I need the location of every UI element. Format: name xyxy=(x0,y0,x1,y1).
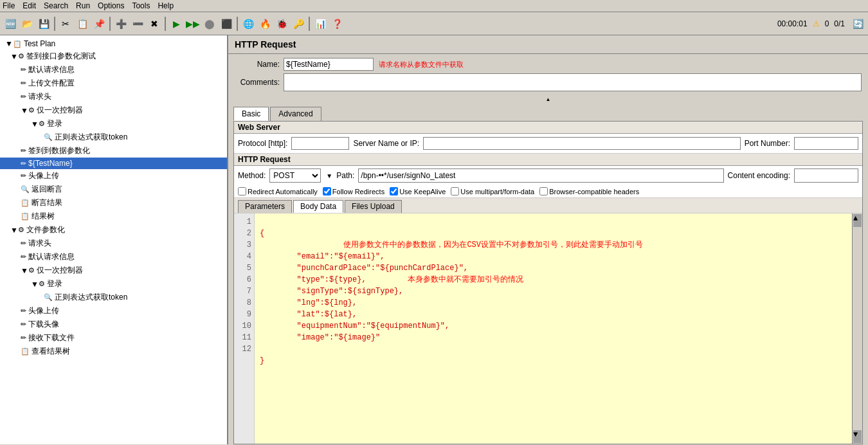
tree-item-登录2[interactable]: ▼ ⚙ 登录 xyxy=(0,277,227,291)
warning-icon: ⚠ xyxy=(813,19,820,28)
tree-item-查看结果树[interactable]: 📋 查看结果树 xyxy=(0,345,227,358)
tree-item-头像上传[interactable]: ✏ 头像上传 xyxy=(0,169,227,183)
redirect-auto-check[interactable] xyxy=(238,187,246,195)
path-input[interactable] xyxy=(358,168,723,183)
tree-item-断言结果[interactable]: 📋 断言结果 xyxy=(0,196,227,210)
regex2-label: 正则表达式获取token xyxy=(55,292,127,303)
tree-item-regex[interactable]: 🔍 正则表达式获取token xyxy=(0,131,227,144)
仅一次-label: 仅一次控制器 xyxy=(37,105,83,116)
copy-button[interactable]: 📋 xyxy=(75,16,90,32)
vertical-scrollbar[interactable]: ▲ ▼ xyxy=(852,213,862,444)
port-input[interactable] xyxy=(794,137,858,150)
web-server-content: Protocol [http]: Server Name or IP: Port… xyxy=(234,134,862,154)
http-row: Method: POST GET PUT DELETE ▼ Path: Cont… xyxy=(234,166,862,185)
tree-item-testplan[interactable]: ▼ 📋 Test Plan xyxy=(0,38,227,50)
tab-basic[interactable]: Basic xyxy=(233,107,269,121)
save-button[interactable]: 💾 xyxy=(36,16,51,32)
list-button[interactable]: 📊 xyxy=(312,16,328,32)
remote-start[interactable]: 🌐 xyxy=(240,16,256,32)
menu-help[interactable]: Help xyxy=(158,1,174,10)
sep1 xyxy=(54,17,55,31)
keepalive-check[interactable] xyxy=(390,187,398,195)
help-button[interactable]: ❓ xyxy=(329,16,345,32)
tree-item-上传[interactable]: ✏ 上传文件配置 xyxy=(0,77,227,90)
tree-item-结果树[interactable]: 📋 结果树 xyxy=(0,210,227,223)
tree-item-仅一次[interactable]: ▼ ⚙ 仅一次控制器 xyxy=(0,104,227,117)
menu-edit[interactable]: Edit xyxy=(23,1,36,10)
remove-button[interactable]: ➖ xyxy=(130,16,145,32)
tree-item-接收下载[interactable]: ✏ 接收下载文件 xyxy=(0,331,227,345)
tab-advanced[interactable]: Advanced xyxy=(270,107,321,121)
avatar-icon: ✏ xyxy=(21,172,26,180)
tree-item-下载[interactable]: ✏ 下载头像 xyxy=(0,318,227,331)
menu-options[interactable]: Options xyxy=(98,1,124,10)
tree-item-TestName[interactable]: ✏ ${TestName} xyxy=(0,158,227,169)
tree-item-请求头2[interactable]: ✏ 请求头 xyxy=(0,237,227,250)
tab-body-data[interactable]: Body Data xyxy=(293,200,343,213)
code-lines[interactable]: { 使用参数文件中的参数数据，因为在CSV设置中不对参数加引号，则此处需要手动加… xyxy=(255,213,852,444)
testplan-icon: 📋 xyxy=(13,40,22,48)
paste-button[interactable]: 📌 xyxy=(91,16,107,32)
remote-info[interactable]: 🔑 xyxy=(291,16,306,32)
view-tree-icon: 📋 xyxy=(21,347,30,356)
server-input[interactable] xyxy=(423,137,741,150)
stop-all-button[interactable]: ⬛ xyxy=(219,16,234,32)
menu-run[interactable]: Run xyxy=(76,1,90,10)
clear-button[interactable]: ✖ xyxy=(147,16,162,32)
follow-redirects-check[interactable] xyxy=(323,187,331,195)
file-param-icon: ⚙ xyxy=(18,226,24,234)
tree-item-签到[interactable]: ▼ ⚙ 签到接口参数化测试 xyxy=(0,50,227,63)
tree-item-头像2[interactable]: ✏ 头像上传 xyxy=(0,304,227,318)
code-line-6: "signType":${signType}, xyxy=(260,287,403,296)
remote-settings[interactable]: 🐞 xyxy=(274,16,289,32)
collapse-indicator[interactable]: ▲ xyxy=(546,96,551,102)
browser-compat-check[interactable] xyxy=(539,187,548,195)
tree-item-默认请求信息[interactable]: ✏ 默认请求信息 xyxy=(0,63,227,77)
testname-label: ${TestName} xyxy=(28,159,73,168)
name-input[interactable] xyxy=(284,58,374,71)
tree-item-返回断言[interactable]: 🔍 返回断言 xyxy=(0,183,227,196)
tab-files-upload[interactable]: Files Upload xyxy=(345,200,402,213)
multipart-label[interactable]: Use multipart/form-data xyxy=(451,187,534,195)
protocol-label: Protocol [http]: xyxy=(238,139,287,148)
comments-input[interactable] xyxy=(284,73,862,91)
keepalive-label[interactable]: Use KeepAlive xyxy=(390,187,446,195)
tree-item-登录[interactable]: ▼ ⚙ 登录 xyxy=(0,117,227,131)
add-button[interactable]: ➕ xyxy=(113,16,129,32)
tree-item-请求头[interactable]: ✏ 请求头 xyxy=(0,90,227,104)
接收-label: 接收下载文件 xyxy=(28,332,75,343)
cut-button[interactable]: ✂ xyxy=(58,16,73,32)
encoding-input[interactable] xyxy=(794,168,858,183)
run-all-button[interactable]: ▶▶ xyxy=(185,16,201,32)
menu-tools[interactable]: Tools xyxy=(132,1,150,10)
tree-item-签到数据[interactable]: ✏ 签到到数据参数化 xyxy=(0,144,227,158)
method-select[interactable]: POST GET PUT DELETE xyxy=(269,168,321,183)
menu-file[interactable]: File xyxy=(3,1,15,10)
multipart-check[interactable] xyxy=(451,187,459,195)
follow-redirects-label[interactable]: Follow Redirects xyxy=(323,187,384,195)
run-button[interactable]: ▶ xyxy=(168,16,184,32)
签到-label: 签到接口参数化测试 xyxy=(26,51,96,62)
form-area: Name: 请求名称从参数文件中获取 Comments: ▲ xyxy=(228,54,868,104)
redirect-auto-label[interactable]: Redirect Automatically xyxy=(238,187,318,195)
tree-item-文件参数化[interactable]: ▼ ⚙ 文件参数化 xyxy=(0,223,227,237)
browser-compat-label[interactable]: Browser-compatible headers xyxy=(539,187,639,195)
tree-item-regex2[interactable]: 🔍 正则表达式获取token xyxy=(0,291,227,304)
regex-icon: 🔍 xyxy=(44,133,53,141)
protocol-input[interactable] xyxy=(291,137,349,150)
req-icon: ✏ xyxy=(21,66,26,74)
new-button[interactable]: 🆕 xyxy=(3,16,18,32)
remote-stop[interactable]: 🔥 xyxy=(257,16,273,32)
refresh-button[interactable]: 🔄 xyxy=(850,16,865,32)
open-button[interactable]: 📂 xyxy=(19,16,35,32)
expand-icon5: ▼ xyxy=(10,226,18,235)
download-icon: ✏ xyxy=(21,320,26,329)
stop-button[interactable]: ⬤ xyxy=(202,16,217,32)
scroll-up[interactable]: ▲ xyxy=(853,214,862,227)
tree-item-仅一次2[interactable]: ▼ ⚙ 仅一次控制器 xyxy=(0,264,227,277)
tab-parameters[interactable]: Parameters xyxy=(238,200,292,213)
menu-search[interactable]: Search xyxy=(44,1,68,10)
tree-item-默认2[interactable]: ✏ 默认请求信息 xyxy=(0,250,227,264)
查看-label: 查看结果树 xyxy=(32,346,70,357)
scroll-down[interactable]: ▼ xyxy=(853,430,862,443)
